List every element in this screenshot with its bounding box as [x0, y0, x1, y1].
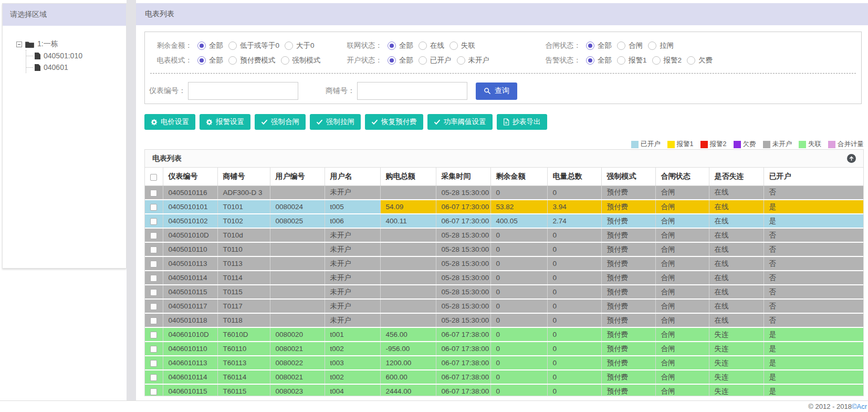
- table-row: 040501010DT010d未开户05-28 15:30:0000预付费合闸在…: [145, 228, 864, 242]
- row-checkbox[interactable]: [150, 190, 157, 197]
- filter-option[interactable]: 全部: [388, 41, 413, 50]
- shop-number-input[interactable]: [357, 82, 467, 100]
- table-cell: 合闸: [655, 313, 709, 327]
- row-checkbox[interactable]: [150, 275, 157, 282]
- table-cell: 失连: [709, 342, 764, 356]
- table-cell: 否: [764, 256, 864, 271]
- table-cell: 0080020: [270, 327, 325, 342]
- table-row: 0405010115T0115未开户05-28 15:30:0000预付费合闸在…: [145, 285, 864, 299]
- radio-button[interactable]: [449, 42, 458, 50]
- radio-button[interactable]: [687, 56, 695, 65]
- filter-option[interactable]: 在线: [419, 41, 444, 50]
- filter-row-2: 电表模式：全部预付费模式强制模式开户状态：全部已开户未开户告警状态：全部报警1报…: [149, 53, 857, 68]
- table-row: 0405010118T0118未开户05-28 15:30:0000预付费合闸在…: [145, 313, 864, 327]
- action-button[interactable]: 报警设置: [200, 114, 250, 130]
- row-checkbox[interactable]: [150, 303, 157, 310]
- row-checkbox[interactable]: [150, 317, 157, 324]
- radio-button[interactable]: [388, 56, 396, 65]
- filter-option[interactable]: 全部: [197, 41, 223, 50]
- select-all-checkbox[interactable]: [150, 174, 157, 181]
- radio-button[interactable]: [617, 56, 625, 65]
- table-cell: T60110: [217, 342, 270, 356]
- radio-button[interactable]: [419, 56, 427, 65]
- filter-option[interactable]: 低于或等于0: [228, 41, 279, 50]
- filter-option[interactable]: 合闸: [617, 41, 643, 50]
- table-row: 0406010115T601150080023t0042444.0006-07 …: [145, 384, 864, 396]
- table-cell: 在线: [709, 186, 764, 200]
- radio-button[interactable]: [281, 56, 289, 65]
- radio-button[interactable]: [648, 42, 656, 50]
- radio-button[interactable]: [228, 56, 237, 65]
- radio-button[interactable]: [197, 56, 206, 65]
- row-checkbox[interactable]: [150, 360, 157, 367]
- row-checkbox[interactable]: [150, 332, 157, 338]
- table-cell: [270, 256, 325, 271]
- radio-button[interactable]: [197, 42, 206, 50]
- filter-option[interactable]: 全部: [388, 56, 413, 65]
- meter-number-input[interactable]: [188, 82, 298, 100]
- table-cell: 0: [490, 242, 547, 256]
- row-checkbox[interactable]: [150, 246, 157, 253]
- row-checkbox[interactable]: [150, 232, 157, 239]
- table-cell: t002: [325, 342, 380, 356]
- table-cell: 否: [764, 186, 864, 200]
- row-checkbox[interactable]: [150, 388, 157, 395]
- radio-button[interactable]: [285, 42, 293, 50]
- dashed-divider: [150, 73, 856, 74]
- row-checkbox[interactable]: [150, 374, 157, 381]
- filter-option[interactable]: 已开户: [419, 56, 452, 65]
- radio-button[interactable]: [388, 42, 396, 50]
- filter-panel: 剩余金额：全部低于或等于0大于0联网状态：全部在线失联合闸状态：全部合闸拉闸 电…: [144, 32, 862, 104]
- radio-button[interactable]: [419, 42, 427, 50]
- table-cell: 0: [547, 342, 601, 356]
- action-button[interactable]: 强制拉闸: [310, 114, 361, 130]
- tree-node[interactable]: 040501:010: [26, 50, 126, 61]
- filter-option[interactable]: 预付费模式: [228, 56, 276, 65]
- filter-option[interactable]: 强制模式: [281, 56, 321, 65]
- filter-option[interactable]: 大于0: [285, 41, 315, 50]
- filter-option[interactable]: 失联: [449, 41, 475, 50]
- radio-button[interactable]: [652, 56, 661, 65]
- row-checkbox[interactable]: [150, 346, 157, 353]
- table-cell: 未开户: [325, 299, 380, 313]
- radio-button[interactable]: [586, 56, 594, 65]
- filter-option[interactable]: 欠费: [687, 56, 713, 65]
- table-cell: 456.00: [380, 327, 436, 342]
- action-button[interactable]: 恢复预付费: [365, 114, 423, 130]
- legend-label: 合并计量: [838, 140, 864, 149]
- table-cell: 040601010D: [163, 327, 217, 342]
- filter-option[interactable]: 报警2: [652, 56, 682, 65]
- filter-option[interactable]: 报警1: [617, 56, 647, 65]
- query-button[interactable]: 查询: [476, 83, 517, 100]
- action-button[interactable]: 电价设置: [144, 114, 195, 130]
- filter-option[interactable]: 未开户: [457, 56, 490, 65]
- radio-button[interactable]: [228, 42, 237, 50]
- region-sidebar: 请选择区域 1:一栋 040501:010040601: [2, 3, 127, 269]
- copyright-link[interactable]: ©Acr: [852, 403, 867, 410]
- filter-option[interactable]: 拉闸: [648, 41, 674, 50]
- filter-option[interactable]: 全部: [197, 56, 223, 65]
- table-cell: 预付费: [601, 242, 655, 256]
- tree-node[interactable]: 040601: [26, 61, 126, 73]
- row-checkbox[interactable]: [150, 204, 157, 211]
- radio-button[interactable]: [617, 42, 625, 50]
- row-checkbox[interactable]: [150, 261, 157, 267]
- filter-option[interactable]: 全部: [586, 41, 612, 50]
- panel-collapse-button[interactable]: [847, 154, 856, 163]
- action-button[interactable]: 功率阈值设置: [427, 114, 493, 130]
- column-header: 购电总额: [380, 168, 436, 186]
- filter-option[interactable]: 全部: [586, 56, 612, 65]
- radio-button[interactable]: [586, 42, 594, 50]
- row-checkbox[interactable]: [150, 218, 157, 225]
- action-button[interactable]: 强制合闸: [255, 114, 306, 130]
- row-checkbox-cell: [145, 186, 163, 200]
- row-checkbox[interactable]: [150, 289, 157, 296]
- tree-collapse-icon[interactable]: [16, 42, 22, 47]
- tree-root-node[interactable]: 1:一栋: [16, 39, 126, 49]
- table-cell: 2.74: [547, 214, 601, 228]
- table-cell: 040501010D: [163, 228, 217, 242]
- action-button[interactable]: 抄表导出: [497, 114, 547, 130]
- radio-button[interactable]: [457, 56, 465, 65]
- table-cell: [380, 299, 436, 313]
- table-cell: T0102: [217, 214, 270, 228]
